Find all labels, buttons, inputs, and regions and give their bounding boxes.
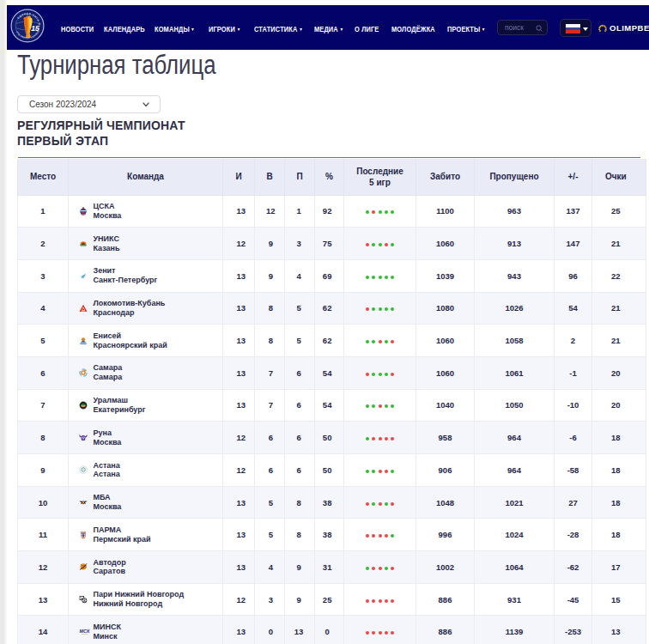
svg-text:МСК: МСК xyxy=(79,629,90,635)
